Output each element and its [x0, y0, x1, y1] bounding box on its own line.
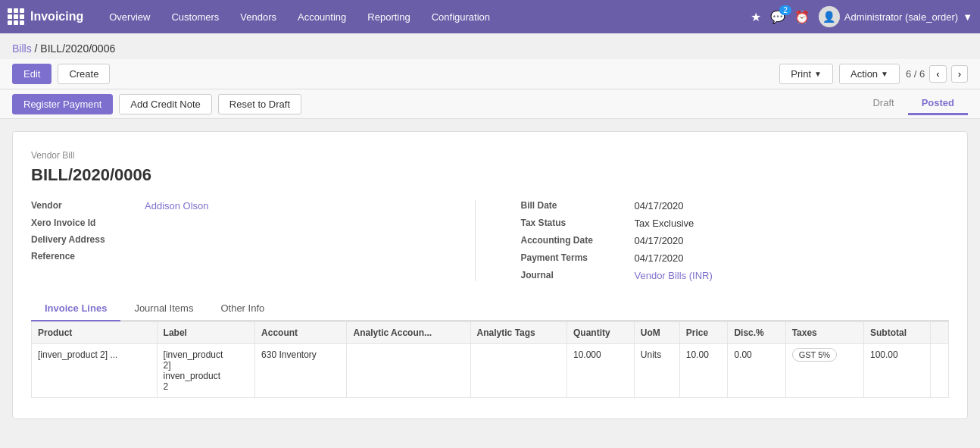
- vendor-value[interactable]: Addison Olson: [145, 200, 209, 211]
- register-payment-button[interactable]: Register Payment: [12, 94, 113, 114]
- print-dropdown-arrow: ▼: [814, 70, 822, 78]
- tab-other-info[interactable]: Other Info: [207, 296, 278, 321]
- cell-row-actions: [931, 344, 949, 398]
- action-dropdown-arrow: ▼: [881, 70, 888, 78]
- nav-reporting[interactable]: Reporting: [357, 0, 420, 33]
- nav-customers[interactable]: Customers: [161, 0, 229, 33]
- cell-subtotal: 100.00: [863, 344, 930, 398]
- bill-date-value: 04/17/2020: [635, 200, 684, 211]
- cell-uom: Units: [634, 344, 679, 398]
- prev-record-button[interactable]: ‹: [929, 65, 946, 83]
- cell-quantity: 10.000: [566, 344, 634, 398]
- nav-configuration[interactable]: Configuration: [421, 0, 501, 33]
- breadcrumb-parent[interactable]: Bills: [12, 42, 32, 55]
- status-draft[interactable]: Draft: [859, 92, 907, 115]
- col-analytic-tags: Analytic Tags: [470, 322, 566, 344]
- payment-terms-value: 04/17/2020: [635, 252, 684, 264]
- nav-vendors[interactable]: Vendors: [229, 0, 287, 33]
- breadcrumb: Bills / BILL/2020/0006: [0, 33, 980, 59]
- edit-button[interactable]: Edit: [12, 64, 51, 84]
- cell-taxes: GST 5%: [785, 344, 863, 398]
- bill-date-field: Bill Date 04/17/2020: [521, 200, 950, 211]
- table-header-row: Product Label Account Analytic Accoun...…: [32, 322, 949, 344]
- gst-badge: GST 5%: [792, 348, 837, 362]
- pagination: 6 / 6 ‹ ›: [906, 65, 968, 83]
- journal-label: Journal: [521, 270, 635, 280]
- action-button[interactable]: Action ▼: [839, 64, 900, 84]
- app-logo[interactable]: Invoicing: [8, 8, 83, 25]
- invoice-lines-table: Product Label Account Analytic Accoun...…: [31, 321, 949, 398]
- fields-left: Vendor Addison Olson Xero Invoice Id Del…: [31, 200, 460, 281]
- col-quantity: Quantity: [566, 322, 634, 344]
- user-menu[interactable]: 👤 Administrator (sale_order) ▼: [819, 6, 972, 27]
- col-account: Account: [255, 322, 347, 344]
- workflow-status: Draft Posted: [859, 92, 968, 115]
- toolbar: Edit Create Print ▼ Action ▼ 6 / 6 ‹ ›: [0, 59, 980, 89]
- cell-price: 10.00: [679, 344, 728, 398]
- main-content: Vendor Bill BILL/2020/0006 Vendor Addiso…: [0, 119, 980, 431]
- app-name: Invoicing: [30, 10, 83, 23]
- cell-disc: 0.00: [728, 344, 785, 398]
- xero-field: Xero Invoice Id: [31, 218, 460, 228]
- accounting-date-field: Accounting Date 04/17/2020: [521, 235, 950, 246]
- col-subtotal: Subtotal: [863, 322, 930, 344]
- vendor-field: Vendor Addison Olson: [31, 200, 460, 211]
- col-uom: UoM: [634, 322, 679, 344]
- table-row[interactable]: [inven_product 2] ... [inven_product 2] …: [32, 344, 949, 398]
- label-text: [inven_product: [164, 349, 223, 360]
- reset-to-draft-button[interactable]: Reset to Draft: [218, 94, 301, 114]
- delivery-label: Delivery Address: [31, 234, 145, 245]
- xero-label: Xero Invoice Id: [31, 218, 145, 228]
- payment-terms-field: Payment Terms 04/17/2020: [521, 252, 950, 264]
- nav-overview[interactable]: Overview: [98, 0, 161, 33]
- nav-accounting[interactable]: Accounting: [287, 0, 357, 33]
- journal-value[interactable]: Vendor Bills (INR): [635, 270, 713, 281]
- bill-tabs: Invoice Lines Journal Items Other Info: [31, 296, 949, 321]
- label-text4: 2: [164, 381, 169, 392]
- grid-icon: [8, 8, 24, 25]
- tax-status-value: Tax Exclusive: [635, 218, 694, 229]
- print-button[interactable]: Print ▼: [779, 64, 833, 84]
- label-text3: inven_product: [164, 371, 220, 381]
- col-taxes: Taxes: [785, 322, 863, 344]
- tab-journal-items[interactable]: Journal Items: [120, 296, 207, 321]
- cell-analytic-account: [347, 344, 470, 398]
- clock-icon[interactable]: ⏰: [794, 10, 810, 24]
- col-actions: [931, 322, 949, 344]
- reference-field: Reference: [31, 251, 460, 262]
- accounting-date-label: Accounting Date: [521, 235, 635, 246]
- delivery-field: Delivery Address: [31, 234, 460, 245]
- messages-badge: 2: [779, 5, 791, 15]
- label-text2: 2]: [164, 360, 171, 371]
- bill-card: Vendor Bill BILL/2020/0006 Vendor Addiso…: [12, 131, 968, 419]
- cell-product: [inven_product 2] ...: [32, 344, 158, 398]
- status-posted[interactable]: Posted: [908, 92, 968, 115]
- bill-type: Vendor Bill: [31, 150, 949, 161]
- tax-status-label: Tax Status: [521, 218, 635, 228]
- create-button[interactable]: Create: [58, 64, 110, 84]
- tab-invoice-lines[interactable]: Invoice Lines: [31, 296, 120, 321]
- bill-number: BILL/2020/0006: [31, 165, 949, 185]
- nav-right: ★ 💬 2 ⏰ 👤 Administrator (sale_order) ▼: [751, 6, 972, 27]
- status-bar: Register Payment Add Credit Note Reset t…: [0, 89, 980, 119]
- add-credit-note-button[interactable]: Add Credit Note: [119, 94, 212, 114]
- nav-menu: Overview Customers Vendors Accounting Re…: [98, 0, 751, 33]
- vendor-label: Vendor: [31, 200, 145, 211]
- tax-status-field: Tax Status Tax Exclusive: [521, 218, 950, 229]
- reference-label: Reference: [31, 251, 145, 262]
- apps-icon[interactable]: ★: [751, 10, 761, 24]
- col-price: Price: [679, 322, 728, 344]
- pagination-text: 6 / 6: [906, 68, 925, 80]
- col-product: Product: [32, 322, 158, 344]
- breadcrumb-current: BILL/2020/0006: [40, 42, 115, 55]
- col-analytic-account: Analytic Accoun...: [347, 322, 470, 344]
- cell-analytic-tags: [470, 344, 566, 398]
- bill-date-label: Bill Date: [521, 200, 635, 211]
- cell-account: 630 Inventory: [255, 344, 347, 398]
- fields-section: Vendor Addison Olson Xero Invoice Id Del…: [31, 200, 949, 281]
- fields-divider: [475, 200, 476, 281]
- next-record-button[interactable]: ›: [951, 65, 968, 83]
- user-dropdown-icon: ▼: [963, 11, 972, 23]
- messages-icon[interactable]: 💬 2: [770, 10, 785, 24]
- accounting-date-value: 04/17/2020: [635, 235, 684, 246]
